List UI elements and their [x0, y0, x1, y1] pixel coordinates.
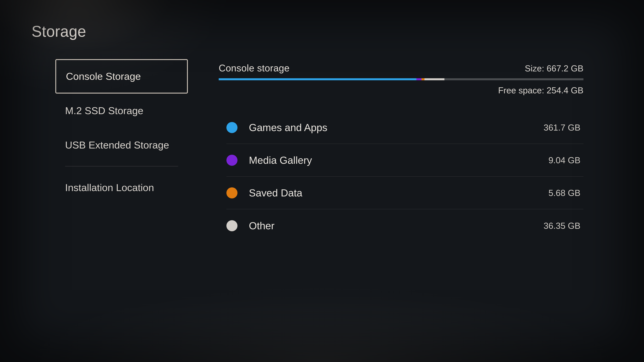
category-label: Games and Apps: [249, 122, 544, 133]
category-value: 9.04 GB: [548, 155, 580, 165]
storage-category-row[interactable]: Saved Data5.68 GB: [226, 177, 584, 209]
category-value: 5.68 GB: [548, 188, 580, 198]
category-swatch-icon: [226, 122, 238, 133]
sidebar-item-console-storage[interactable]: Console Storage: [55, 59, 188, 93]
storage-summary-title: Console storage: [219, 62, 290, 73]
storage-free-space: Free space: 254.4 GB: [219, 85, 584, 95]
usage-bar-segment: [422, 78, 425, 80]
usage-bar-segment: [416, 78, 421, 80]
usage-bar-segment: [424, 78, 444, 80]
sidebar-item-m2-ssd-storage[interactable]: M.2 SSD Storage: [55, 93, 188, 128]
usage-bar-segment: [219, 78, 416, 80]
category-label: Saved Data: [249, 187, 548, 199]
page-title: Storage: [32, 23, 86, 40]
category-value: 361.7 GB: [544, 122, 580, 133]
storage-category-row[interactable]: Other36.35 GB: [226, 209, 584, 242]
category-value: 36.35 GB: [544, 221, 580, 231]
storage-sidebar: Console Storage M.2 SSD Storage USB Exte…: [55, 59, 188, 205]
category-swatch-icon: [226, 155, 238, 166]
sidebar-item-installation-location[interactable]: Installation Location: [55, 170, 188, 205]
category-swatch-icon: [226, 187, 238, 198]
sidebar-item-label: Installation Location: [65, 182, 154, 193]
storage-category-list: Games and Apps361.7 GBMedia Gallery9.04 …: [226, 111, 584, 242]
storage-summary-row: Console storage Size: 667.2 GB: [219, 62, 584, 73]
category-label: Media Gallery: [249, 154, 548, 166]
sidebar-divider: [65, 166, 178, 166]
storage-category-row[interactable]: Media Gallery9.04 GB: [226, 144, 584, 177]
category-label: Other: [249, 220, 544, 232]
sidebar-item-label: Console Storage: [66, 70, 141, 82]
storage-usage-bar: [219, 78, 584, 80]
storage-total-size: Size: 667.2 GB: [525, 63, 584, 73]
sidebar-item-label: M.2 SSD Storage: [65, 105, 144, 116]
sidebar-item-label: USB Extended Storage: [65, 139, 169, 151]
storage-category-row[interactable]: Games and Apps361.7 GB: [226, 111, 584, 144]
category-swatch-icon: [226, 220, 238, 231]
storage-detail-panel: Console storage Size: 667.2 GB Free spac…: [219, 62, 584, 242]
sidebar-item-usb-extended-storage[interactable]: USB Extended Storage: [55, 128, 188, 162]
